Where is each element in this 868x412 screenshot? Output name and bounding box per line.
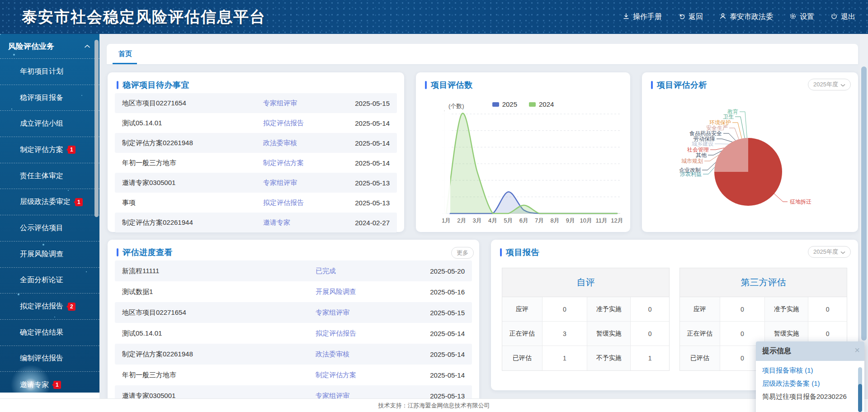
year-filter-dropdown[interactable]: 2025年度 — [808, 79, 851, 90]
popup-scrollbar-thumb[interactable] — [858, 384, 862, 412]
sidebar-sparkles — [0, 34, 1, 35]
row-project-name: 地区市项目02271654 — [122, 308, 316, 317]
sidebar-item-12[interactable]: 编制评估报告 — [0, 346, 99, 372]
row-project-name: 制定评估方案02261948 — [122, 139, 263, 147]
badge-count: 1 — [75, 198, 83, 206]
row-status-link[interactable]: 邀请专家 — [263, 218, 341, 227]
report-cell-label: 准予实施 — [587, 297, 631, 322]
row-status-link[interactable]: 拟定评估报告 — [263, 199, 341, 207]
report-cell-label: 正在评估 — [502, 322, 542, 346]
app: 泰安市社会稳定风险评估信息平台 操作手册 返回 泰安市政法委 设置 退出 — [0, 0, 868, 412]
manual-button[interactable]: 操作手册 — [623, 12, 662, 22]
row-date: 2025-05-14 — [341, 139, 390, 147]
sidebar: 风险评估业务 年初项目计划稳评项目报备成立评估小组制定评估方案1责任主体审定层级… — [0, 34, 99, 393]
table-row: 测试05.14.01拟定评估报告2025-05-14 — [115, 323, 472, 344]
x-axis-label: 8月 — [550, 217, 559, 224]
download-icon — [623, 13, 630, 22]
year-filter-value: 2025年度 — [813, 81, 838, 89]
sidebar-scrollbar-thumb[interactable] — [94, 40, 99, 217]
pie-label: 卫生 — [723, 114, 734, 120]
notification-popup: 提示信息 × 项目报备审核 (1)层级政法委备案 (1)简易过往项目报备2023… — [756, 341, 864, 412]
panel-eval-analysis: 项目评估分析 2025年度 教育卫生环境保护安全生产食品药品安全劳动保障城乡建设… — [642, 72, 858, 232]
report-cell-label: 正在评估 — [680, 322, 720, 346]
sidebar-item-label: 全面分析论证 — [20, 275, 63, 285]
logout-button[interactable]: 退出 — [830, 12, 855, 22]
row-status-link[interactable]: 拟定评估报告 — [263, 119, 341, 128]
report-cell-label: 暂缓实施 — [587, 322, 631, 346]
row-status-link[interactable]: 政法委审核 — [263, 139, 341, 147]
sidebar-item-6[interactable]: 层级政法委审定1 — [0, 189, 99, 215]
x-axis-label: 6月 — [519, 217, 528, 224]
row-project-name: 地区市项目02271654 — [122, 99, 263, 108]
sidebar-item-7[interactable]: 公示评估项目 — [0, 215, 99, 242]
row-status-link[interactable]: 拟定评估报告 — [316, 329, 411, 338]
settings-button[interactable]: 设置 — [789, 12, 814, 22]
report-cell-label: 应评 — [680, 297, 720, 322]
sidebar-item-13[interactable]: 邀请专家1 — [0, 372, 99, 393]
pie-leader-line — [732, 123, 742, 138]
popup-link[interactable]: 层级政法委备案 (1) — [762, 379, 858, 388]
pie-highlight-overlay — [714, 138, 748, 172]
row-status-link[interactable]: 已完成 — [316, 267, 411, 275]
table-row: 年初一般三方地市制定评估方案2025-05-14 — [115, 365, 472, 385]
x-axis-label: 1月 — [442, 217, 451, 224]
footer-text: 技术支持：江苏海盟金网信息技术有限公司 — [378, 402, 490, 409]
report-table-header: 自评 — [502, 268, 669, 297]
sidebar-item-9[interactable]: 全面分析论证 — [0, 268, 99, 294]
title-accent-bar — [500, 248, 502, 256]
row-status-link[interactable]: 开展风险调查 — [316, 288, 411, 296]
report-year-filter-dropdown[interactable]: 2025年度 — [808, 246, 851, 258]
page-scrollbar-thumb[interactable] — [861, 66, 867, 341]
popup-header: 提示信息 — [756, 341, 864, 361]
sidebar-item-3[interactable]: 成立评估小组 — [0, 111, 99, 137]
tab-home[interactable]: 首页 — [110, 44, 140, 64]
sidebar-group-risk-assessment[interactable]: 风险评估业务 — [0, 34, 99, 59]
todo-table: 地区市项目02271654专家组评审2025-05-15测试05.14.01拟定… — [115, 93, 397, 232]
sidebar-item-label: 确定评估结果 — [20, 328, 63, 337]
badge-count: 1 — [68, 146, 75, 154]
report-cell-value: 0 — [631, 297, 669, 322]
row-status-link[interactable]: 政法委审核 — [316, 350, 411, 359]
report-cell-label: 已评估 — [680, 346, 720, 370]
sidebar-item-8[interactable]: 开展风险调查 — [0, 242, 99, 268]
popup-title: 提示信息 — [762, 346, 791, 356]
row-date: 2025-05-13 — [341, 199, 390, 207]
logout-label: 退出 — [841, 12, 855, 22]
title-accent-bar — [117, 81, 118, 89]
user-name: 泰安市政法委 — [730, 12, 773, 22]
report-cell-label: 已评估 — [502, 346, 542, 370]
row-status-link[interactable]: 专家组评审 — [263, 179, 341, 187]
table-row: 事项拟定评估报告2025-05-13 — [115, 193, 397, 213]
pie-leader-line — [774, 194, 788, 202]
more-button[interactable]: 更多 — [451, 247, 474, 259]
sidebar-item-10[interactable]: 拟定评估报告2 — [0, 294, 99, 320]
sidebar-item-5[interactable]: 责任主体审定 — [0, 163, 99, 189]
report-cell-value: 3 — [542, 322, 588, 346]
row-date: 2025-05-14 — [411, 350, 465, 358]
back-icon — [678, 13, 685, 22]
row-date: 2025-05-15 — [341, 99, 390, 107]
row-status-link[interactable]: 专家组评审 — [316, 308, 411, 317]
report-cell-value: 0 — [542, 297, 588, 322]
app-header: 泰安市社会稳定风险评估信息平台 操作手册 返回 泰安市政法委 设置 退出 — [0, 0, 868, 34]
x-axis-label: 7月 — [535, 217, 544, 224]
user-account-button[interactable]: 泰安市政法委 — [719, 12, 773, 22]
tab-bar: 首页 — [107, 44, 858, 64]
row-project-name: 制定评估方案02261948 — [122, 350, 316, 359]
row-date: 2025-05-16 — [411, 288, 465, 296]
sidebar-item-1[interactable]: 年初项目计划 — [0, 59, 99, 85]
close-icon[interactable]: × — [854, 346, 860, 355]
row-status-link[interactable]: 制定评估方案 — [263, 159, 341, 167]
table-row: 制定评估方案02261944邀请专家2024-02-27 — [115, 213, 397, 232]
back-button[interactable]: 返回 — [678, 12, 703, 22]
popup-link[interactable]: 项目报备审核 (1) — [762, 366, 858, 375]
table-row: 测试数据1开展风险调查2025-05-16 — [115, 281, 472, 302]
settings-label: 设置 — [800, 12, 814, 22]
sidebar-item-4[interactable]: 制定评估方案1 — [0, 137, 99, 163]
report-cell-value: 0 — [808, 297, 847, 322]
row-status-link[interactable]: 制定评估方案 — [316, 371, 411, 379]
sidebar-item-2[interactable]: 稳评项目报备 — [0, 85, 99, 111]
chevron-up-icon — [84, 42, 90, 51]
sidebar-item-11[interactable]: 确定评估结果 — [0, 320, 99, 346]
row-status-link[interactable]: 专家组评审 — [263, 99, 341, 108]
